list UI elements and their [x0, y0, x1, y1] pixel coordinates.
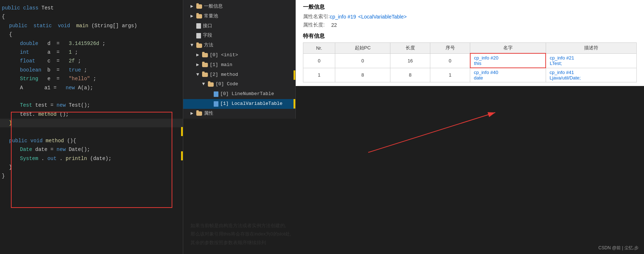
folder-icon-main — [202, 63, 208, 67]
th-len: 长度 — [390, 43, 430, 54]
td-name-link-1[interactable]: cp_info #40 — [474, 70, 542, 75]
svg-line-1 — [368, 112, 495, 152]
code-line-3: public static void main (String[] args) — [0, 21, 183, 30]
folder-icon-method2 — [202, 73, 208, 77]
tree-item-attr[interactable]: ▶ 属性 — [183, 109, 295, 119]
tree-label-constants: 常量池 — [204, 13, 218, 20]
file-icon-fields — [196, 33, 201, 38]
th-nr: Nr. — [303, 43, 335, 54]
info-panel: 一般信息 属性名索引: cp_info #19 <LocalVariableTa… — [296, 0, 644, 86]
code-line-double: double d = 3.1415926d ; — [0, 39, 183, 48]
tree-yellow-marker-2 — [294, 99, 295, 108]
code-line-2: { — [0, 12, 183, 21]
td-name-sub-0: this — [474, 61, 542, 66]
td-name-link-0[interactable]: cp_info #20 — [474, 55, 542, 61]
tree-label-fields: 字段 — [203, 32, 212, 40]
code-line-boolean: boolean b = true ; — [0, 66, 183, 74]
code-line-test-method: test. method (); — [0, 110, 183, 119]
info-row-attr-len: 属性长度: 22 — [303, 22, 637, 28]
code-line-1: public class Test — [0, 4, 183, 12]
th-desc: 描述符 — [546, 43, 636, 54]
tree-item-localvariable[interactable]: ▶ [1] LocalVariableTable — [183, 99, 295, 109]
tree-item-constants[interactable]: ▶ 常量池 — [183, 12, 295, 21]
code-line-empty2 — [0, 127, 183, 136]
td-desc-0[interactable]: cp_info #21 LTest; — [546, 53, 636, 68]
arrow-general: ▶ — [190, 3, 196, 11]
tree-item-init[interactable]: ▶ [0] <init> — [183, 50, 295, 60]
code-line-empty1 — [0, 92, 183, 101]
tree-label-general: 一般信息 — [204, 3, 223, 11]
tree-yellow-marker-1 — [294, 70, 295, 80]
tree-panel[interactable]: ▶ 一般信息 ▶ 常量池 ▶ 接口 ▶ 字段 ▼ 方法 ▶ [0] <init> — [183, 0, 296, 119]
special-title: 特有信息 — [303, 33, 637, 40]
td-name-0[interactable]: cp_info #20 this — [470, 53, 546, 68]
td-startpc-1: 8 — [335, 68, 390, 82]
td-desc-link-0[interactable]: cp_info #21 — [550, 55, 633, 61]
code-line-float: float c = 2f ; — [0, 57, 183, 65]
tree-label-method2: [2] method — [210, 71, 238, 79]
td-startpc-0: 0 — [335, 53, 390, 68]
td-nr-1: 1 — [303, 68, 335, 82]
folder-icon-init — [202, 53, 208, 57]
code-line-close-method: } — [0, 163, 183, 172]
attr-name-link[interactable]: <LocalVariableTable> — [358, 14, 407, 20]
th-name: 名字 — [470, 43, 546, 54]
td-seq-1: 1 — [430, 68, 470, 82]
folder-icon-constants — [196, 14, 202, 19]
tree-item-main[interactable]: ▶ [1] main — [183, 60, 295, 70]
td-nr-0: 0 — [303, 53, 335, 68]
th-startpc: 起始PC — [335, 43, 390, 54]
file-icon-interface — [196, 23, 201, 29]
th-seq: 序号 — [430, 43, 470, 54]
file-icon-linenumber — [214, 91, 218, 97]
td-len-1: 8 — [390, 68, 430, 82]
tree-item-fields[interactable]: ▶ 字段 — [183, 31, 295, 41]
td-desc-sub-1: Ljava/util/Date; — [550, 75, 633, 81]
code-editor: public class Test { public static void m… — [0, 0, 183, 254]
td-desc-1[interactable]: cp_info #41 Ljava/util/Date; — [546, 68, 636, 82]
arrow-methods: ▼ — [190, 42, 196, 49]
folder-icon-general — [196, 4, 202, 9]
code-line-date: Date date = new Date(); — [0, 145, 183, 154]
yellow-marker-1 — [181, 127, 183, 136]
tree-label-localvariable: [1] LocalVariableTable — [220, 100, 283, 108]
folder-icon-code — [208, 82, 214, 87]
info-row-attr-name: 属性名索引: cp_info #19 <LocalVariableTable> — [303, 13, 637, 20]
td-desc-sub-0: LTest; — [550, 61, 633, 66]
table-row-1: 1 8 8 1 cp_info #40 date cp_info #41 Lja… — [303, 68, 637, 82]
code-line-close-class: } — [0, 172, 183, 180]
code-line-int: int a = 1 ; — [0, 48, 183, 57]
code-line-println: System . out . println (date); — [0, 154, 183, 163]
td-name-1[interactable]: cp_info #40 date — [470, 68, 546, 82]
tree-label-main: [1] main — [210, 61, 232, 69]
td-desc-link-1[interactable]: cp_info #41 — [550, 70, 633, 75]
attr-name-value[interactable]: cp_info #19 — [330, 14, 356, 20]
tree-label-interface: 接口 — [203, 22, 212, 30]
code-line-method-decl: public void method (){ — [0, 136, 183, 145]
code-line-A: A a1 = new A(a); — [0, 83, 183, 92]
special-section: 特有信息 Nr. 起始PC 长度 序号 名字 描述符 0 0 — [303, 33, 637, 82]
right-wrapper: 一般信息 属性名索引: cp_info #19 <LocalVariableTa… — [296, 0, 644, 254]
tree-item-interface[interactable]: ▶ 接口 — [183, 21, 295, 31]
tree-item-linenumber[interactable]: ▶ [0] LineNumberTable — [183, 89, 295, 99]
tree-item-general[interactable]: ▶ 一般信息 — [183, 2, 295, 12]
td-len-0: 16 — [390, 53, 430, 68]
folder-icon-methods — [196, 44, 202, 48]
arrow-attr: ▶ — [190, 110, 196, 118]
tree-label-linenumber: [0] LineNumberTable — [220, 90, 274, 98]
arrow-constants: ▶ — [190, 13, 196, 20]
tree-item-method2[interactable]: ▼ [2] method — [183, 70, 295, 80]
section-title-general: 一般信息 — [303, 4, 637, 11]
tree-label-init: [0] <init> — [210, 52, 238, 59]
folder-icon-attr — [196, 111, 202, 116]
yellow-marker-2 — [181, 151, 183, 160]
arrow-method2: ▼ — [196, 71, 202, 79]
attr-len-value: 22 — [331, 22, 337, 28]
keyword-public: public — [2, 4, 20, 12]
table-row-0: 0 0 16 0 cp_info #20 this cp_info #21 LT… — [303, 53, 637, 68]
tree-item-methods[interactable]: ▼ 方法 — [183, 41, 295, 50]
tree-label-code: [0] Code — [216, 81, 238, 88]
classname-test: Test — [41, 4, 54, 12]
tree-item-code[interactable]: ▼ [0] Code — [183, 79, 295, 89]
table-header-row: Nr. 起始PC 长度 序号 名字 描述符 — [303, 43, 637, 54]
